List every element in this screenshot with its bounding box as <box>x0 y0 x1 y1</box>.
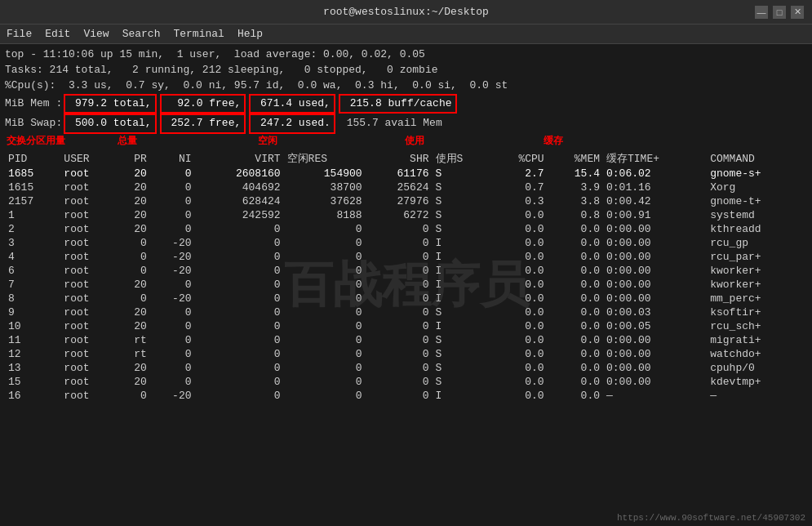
table-cell: 0.3 <box>491 194 547 208</box>
mem-free-box: 92.0 free, <box>160 94 246 114</box>
table-cell: 0.0 <box>491 208 547 222</box>
table-cell: 0.0 <box>548 361 603 375</box>
table-cell: 0.0 <box>491 292 547 305</box>
col-cpu: %CPU <box>491 150 547 167</box>
table-cell: 0.0 <box>548 236 603 250</box>
table-cell: root <box>60 278 116 292</box>
table-cell: S <box>433 361 492 375</box>
table-cell: -20 <box>150 292 195 305</box>
table-cell: 0:00.00 <box>603 278 707 292</box>
table-row: 13root200000S0.00.00:00.00cpuhp/0 <box>5 361 807 375</box>
table-cell: 0.0 <box>548 305 603 319</box>
menu-search[interactable]: Search <box>122 28 161 40</box>
table-cell: kdevtmp+ <box>707 375 807 389</box>
table-cell: 0 <box>150 333 195 347</box>
table-cell: 0:00.00 <box>603 292 707 305</box>
table-cell: root <box>60 375 116 389</box>
table-cell: 2157 <box>5 194 60 208</box>
table-cell: systemd <box>707 208 807 222</box>
table-cell: 3.9 <box>548 181 603 194</box>
window-controls[interactable]: — □ ✕ <box>755 6 804 19</box>
menu-file[interactable]: File <box>7 28 32 40</box>
table-cell: 0:00.00 <box>603 361 707 375</box>
menu-terminal[interactable]: Terminal <box>173 28 224 40</box>
menu-bar: File Edit View Search Terminal Help <box>0 25 812 44</box>
table-cell: S <box>433 305 492 319</box>
table-cell: 20 <box>117 167 150 181</box>
table-cell: rt <box>117 347 150 361</box>
table-cell: -20 <box>150 264 195 278</box>
table-cell: 0.0 <box>491 333 547 347</box>
table-cell: 0 <box>150 375 195 389</box>
ann-used: 使用 <box>405 134 424 148</box>
table-cell: 0.8 <box>548 208 603 222</box>
table-cell: watchdo+ <box>707 347 807 361</box>
maximize-button[interactable]: □ <box>773 6 786 19</box>
table-cell: I <box>433 264 492 278</box>
table-cell: 20 <box>117 181 150 194</box>
table-cell: 61176 <box>366 167 433 181</box>
table-cell: 0 <box>150 347 195 361</box>
table-cell: 0 <box>366 250 433 264</box>
table-cell: cpuhp/0 <box>707 361 807 375</box>
table-cell: 0:06.02 <box>603 167 707 181</box>
table-cell: 0 <box>366 305 433 319</box>
table-cell: 0 <box>195 319 284 333</box>
table-cell: 0 <box>195 250 284 264</box>
process-table: PID USER PR NI VIRT 空闲RES SHR 使用S %CPU %… <box>5 150 807 403</box>
table-cell: 38700 <box>284 181 366 194</box>
table-cell: 0 <box>150 167 195 181</box>
close-button[interactable]: ✕ <box>791 6 804 19</box>
table-cell: 0 <box>195 389 284 403</box>
table-cell: I <box>433 278 492 292</box>
col-pr: PR <box>117 150 150 167</box>
table-cell: 25624 <box>366 181 433 194</box>
table-cell: 0 <box>117 292 150 305</box>
menu-view[interactable]: View <box>83 28 109 40</box>
table-cell: root <box>60 333 116 347</box>
table-cell: S <box>433 347 492 361</box>
col-user: USER <box>60 150 116 167</box>
table-cell: 404692 <box>195 181 284 194</box>
ann-swap: 交换分区用量 <box>7 134 65 148</box>
table-cell: 2608160 <box>195 167 284 181</box>
table-cell: 0 <box>366 347 433 361</box>
table-cell: 0:00.00 <box>603 347 707 361</box>
table-cell: I <box>433 250 492 264</box>
table-cell: 3.8 <box>548 194 603 208</box>
table-cell: 1685 <box>5 167 60 181</box>
table-cell: root <box>60 347 116 361</box>
minimize-button[interactable]: — <box>755 6 768 19</box>
table-cell: 0 <box>195 292 284 305</box>
table-cell: 0.0 <box>548 264 603 278</box>
table-cell: 0:00.00 <box>603 250 707 264</box>
table-row: 3root0-20000I0.00.00:00.00rcu_gp <box>5 236 807 250</box>
menu-help[interactable]: Help <box>237 28 263 40</box>
table-cell: 0:00.91 <box>603 208 707 222</box>
table-cell: 0 <box>366 389 433 403</box>
table-cell: rt <box>117 333 150 347</box>
table-cell: I <box>433 319 492 333</box>
table-cell: root <box>60 222 116 236</box>
table-cell: 0 <box>150 194 195 208</box>
table-cell: 0 <box>284 236 366 250</box>
col-virt: VIRT <box>195 150 284 167</box>
table-cell: 1615 <box>5 181 60 194</box>
table-cell: 0 <box>284 222 366 236</box>
table-cell: 0 <box>284 319 366 333</box>
table-cell: 0 <box>150 278 195 292</box>
table-cell: — <box>707 389 807 403</box>
col-s: 使用S <box>433 150 492 167</box>
table-cell: 7 <box>5 278 60 292</box>
top-line2: Tasks: 214 total, 2 running, 212 sleepin… <box>5 63 807 78</box>
terminal-content[interactable]: 百战程序员 top - 11:10:06 up 15 min, 1 user, … <box>0 44 812 526</box>
table-cell: S <box>433 167 492 181</box>
menu-edit[interactable]: Edit <box>45 28 70 40</box>
table-cell: 154900 <box>284 167 366 181</box>
table-cell: 20 <box>117 222 150 236</box>
col-res: 空闲RES <box>284 150 366 167</box>
swap-total-box: 500.0 total, <box>64 114 156 134</box>
table-cell: 8188 <box>284 208 366 222</box>
table-cell: kthreadd <box>707 222 807 236</box>
table-cell: 15.4 <box>548 167 603 181</box>
